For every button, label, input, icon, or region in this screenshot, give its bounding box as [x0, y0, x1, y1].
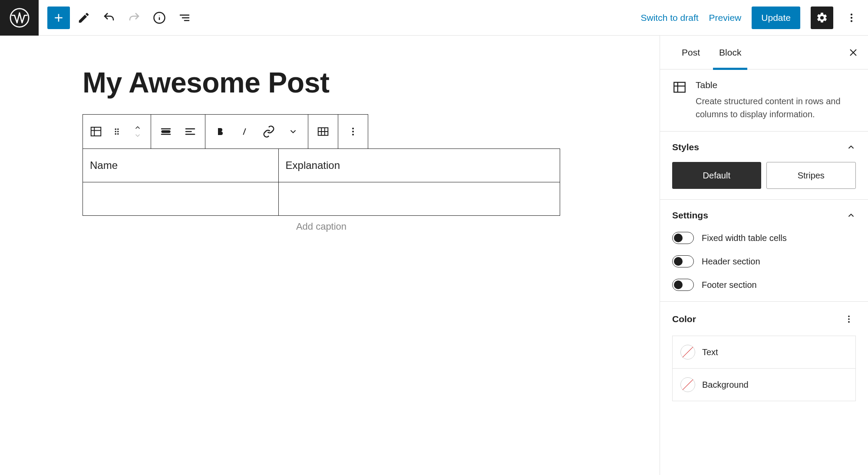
svg-point-0	[10, 8, 28, 26]
table-cell[interactable]: Explanation	[278, 149, 560, 182]
style-stripes-button[interactable]: Stripes	[766, 162, 856, 189]
table-cell[interactable]	[83, 182, 279, 216]
background-color-label: Background	[702, 380, 749, 390]
table-cell[interactable]	[278, 182, 560, 216]
redo-button[interactable]	[123, 7, 145, 29]
wordpress-logo[interactable]	[0, 0, 39, 36]
edit-table-button[interactable]	[311, 115, 335, 148]
block-info-section: Table Create structured content in rows …	[660, 69, 868, 132]
footer-section-toggle[interactable]	[672, 279, 694, 291]
chevron-up-icon	[846, 142, 856, 152]
more-rich-text-button[interactable]	[281, 115, 305, 148]
tab-block[interactable]: Block	[710, 36, 751, 69]
more-options-button[interactable]	[844, 7, 859, 29]
align-button[interactable]	[154, 115, 178, 148]
empty-swatch-icon	[680, 377, 695, 392]
svg-point-41	[848, 318, 850, 320]
footer-section-label: Footer section	[702, 280, 757, 290]
switch-to-draft-button[interactable]: Switch to draft	[641, 13, 699, 23]
svg-point-9	[851, 13, 852, 15]
block-more-options-button[interactable]	[341, 115, 365, 148]
table-caption[interactable]: Add caption	[83, 221, 560, 232]
block-toolbar	[83, 114, 368, 149]
svg-point-17	[115, 131, 116, 132]
empty-swatch-icon	[680, 345, 695, 360]
move-up-down-buttons[interactable]	[127, 115, 148, 148]
svg-point-16	[117, 129, 119, 130]
chevron-up-icon	[846, 211, 856, 220]
svg-point-10	[851, 16, 852, 18]
sidebar: Post Block Table Create structured conte…	[660, 36, 868, 475]
svg-rect-37	[674, 82, 685, 92]
text-color-button[interactable]: Text	[672, 336, 856, 369]
post-title[interactable]: My Awesome Post	[83, 66, 660, 99]
tab-post[interactable]: Post	[672, 36, 710, 69]
bold-button[interactable]	[208, 115, 232, 148]
svg-line-27	[243, 129, 246, 135]
style-default-button[interactable]: Default	[672, 162, 761, 189]
table-icon	[672, 80, 687, 121]
text-color-label: Text	[702, 347, 718, 357]
settings-section: Settings Fixed width table cells Header …	[660, 200, 868, 302]
settings-button[interactable]	[811, 7, 833, 29]
close-sidebar-button[interactable]	[843, 42, 864, 63]
svg-point-33	[352, 131, 354, 132]
settings-panel-toggle[interactable]: Settings	[672, 210, 856, 221]
color-label: Color	[672, 314, 696, 324]
svg-point-40	[848, 316, 850, 317]
svg-point-15	[115, 129, 116, 130]
table-block[interactable]: Name Explanation	[83, 148, 560, 216]
color-more-options-button[interactable]	[842, 312, 856, 326]
settings-label: Settings	[672, 210, 708, 221]
styles-panel-toggle[interactable]: Styles	[672, 142, 856, 152]
svg-point-32	[352, 128, 354, 129]
main: My Awesome Post	[0, 36, 868, 475]
color-section: Color Text Background	[660, 302, 868, 412]
left-tools	[39, 7, 196, 29]
header-section-toggle[interactable]	[672, 255, 694, 267]
drag-handle-icon[interactable]	[106, 115, 127, 148]
color-panel-head: Color	[672, 312, 856, 326]
svg-point-42	[848, 321, 850, 323]
editor: My Awesome Post	[0, 36, 660, 475]
link-button[interactable]	[257, 115, 281, 148]
header-section-label: Header section	[702, 257, 760, 267]
add-block-button[interactable]	[47, 7, 70, 29]
edit-tool-button[interactable]	[73, 7, 95, 29]
text-align-button[interactable]	[178, 115, 202, 148]
fixed-width-label: Fixed width table cells	[702, 233, 787, 243]
right-tools: Switch to draft Preview Update	[641, 7, 868, 29]
svg-point-18	[117, 131, 119, 132]
topbar: Switch to draft Preview Update	[0, 0, 868, 36]
styles-section: Styles Default Stripes	[660, 132, 868, 200]
update-button[interactable]: Update	[752, 7, 800, 29]
background-color-button[interactable]: Background	[672, 369, 856, 401]
svg-point-20	[117, 133, 119, 135]
italic-button[interactable]	[232, 115, 257, 148]
fixed-width-toggle[interactable]	[672, 232, 694, 244]
table-row[interactable]: Name Explanation	[83, 149, 560, 182]
block-type-icon[interactable]	[86, 115, 106, 148]
styles-label: Styles	[672, 142, 699, 152]
svg-point-19	[115, 133, 116, 135]
block-description: Create structured content in rows and co…	[696, 95, 856, 121]
svg-point-11	[851, 20, 852, 22]
table-row[interactable]	[83, 182, 560, 216]
preview-button[interactable]: Preview	[709, 13, 742, 23]
table-cell[interactable]: Name	[83, 149, 279, 182]
sidebar-tabs: Post Block	[660, 36, 868, 69]
details-button[interactable]	[148, 7, 171, 29]
svg-rect-12	[91, 127, 101, 136]
block-name: Table	[696, 80, 856, 90]
svg-point-34	[352, 134, 354, 135]
undo-button[interactable]	[98, 7, 120, 29]
list-view-button[interactable]	[173, 7, 196, 29]
